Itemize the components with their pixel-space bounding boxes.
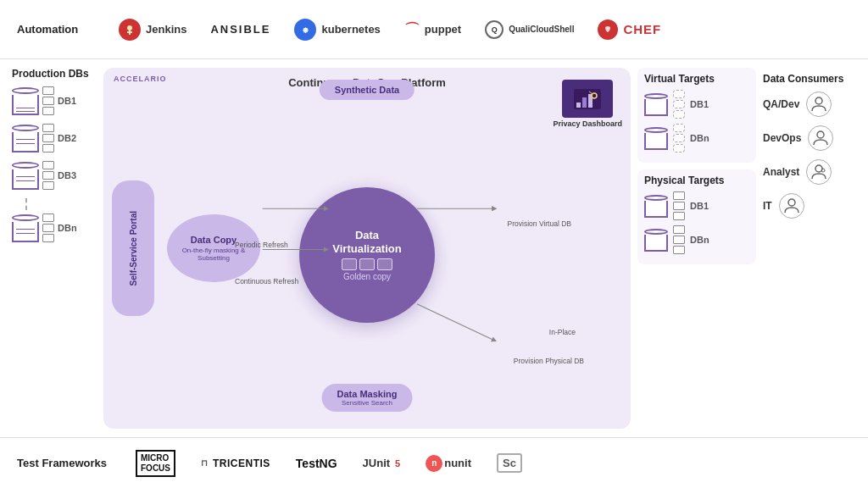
physical-dbn-row: DBn	[644, 225, 749, 254]
tricentis-icon: ⊓	[201, 458, 208, 468]
file-icon	[673, 124, 685, 132]
svg-point-1	[127, 25, 132, 30]
db1-files	[42, 86, 54, 115]
physical-targets-title: Physical Targets	[644, 175, 749, 186]
svg-rect-6	[576, 103, 581, 108]
dbn-item: DBn	[12, 214, 97, 242]
physical-dbn-files	[673, 225, 685, 254]
junit-logo: JUnit 5	[363, 457, 401, 469]
periodic-refresh-label: Periodic Refresh	[235, 241, 288, 249]
nunit-label: nunit	[444, 457, 471, 469]
physical-db1-label: DB1	[690, 201, 709, 211]
nunit-logo: n nunit	[426, 455, 471, 472]
test-frameworks-bar: Test Frameworks MICROFOCUS ⊓ TRICENTIS T…	[0, 437, 868, 488]
db-dashed-separator	[25, 198, 97, 210]
file-icon	[673, 100, 685, 108]
consumer-it-avatar	[779, 193, 804, 219]
file-icon	[673, 202, 685, 210]
accelario-label: ACCELARIO	[114, 75, 167, 83]
file-icon	[42, 144, 54, 152]
db3-label: DB3	[58, 170, 76, 180]
kubernetes-logo: ⎈ kubernetes	[294, 19, 380, 41]
dashboard-chart-icon	[572, 87, 603, 111]
masking-bubble: Data Masking Sensitive Search	[322, 384, 413, 412]
automation-bar: Automation Jenkins ANSIBLE ⎈ kubernetes …	[0, 0, 868, 59]
synthetic-data-label: Synthetic Data	[335, 85, 399, 95]
jenkins-label: Jenkins	[146, 23, 186, 36]
db1-label: DB1	[58, 96, 76, 106]
qualicloudshell-label: QualiCloudShell	[509, 25, 574, 34]
ansible-label: ANSIBLE	[210, 23, 270, 36]
consumer-qadev-avatar	[806, 92, 832, 117]
file-icon	[42, 124, 54, 132]
db-icon-sm	[342, 258, 357, 270]
automation-tools: Jenkins ANSIBLE ⎈ kubernetes ⌒ puppet Q …	[119, 19, 851, 41]
sc-label: Sc	[497, 453, 522, 473]
svg-line-14	[417, 304, 494, 341]
kubernetes-icon: ⎈	[294, 19, 316, 41]
provision-virtual-label: Provision Virtual DB	[508, 219, 571, 228]
data-virt-bubble: DataVirtualization Golden copy	[299, 187, 435, 323]
center-panel: ACCELARIO Continuous DataOps Platform Se…	[103, 68, 631, 429]
physical-db1-row: DB1	[644, 191, 749, 220]
ansible-logo: ANSIBLE	[210, 23, 270, 36]
masking-subtitle: Sensitive Search	[337, 399, 398, 407]
db3-item: DB3	[12, 161, 97, 190]
db2-files	[42, 124, 54, 152]
puppet-logo: ⌒ puppet	[404, 19, 461, 40]
production-dbs-title: Production DBs	[12, 68, 97, 80]
db3-icon	[12, 162, 39, 190]
nunit-icon: n	[426, 455, 442, 472]
tricentis-logo: ⊓ TRICENTIS	[201, 458, 270, 469]
db-icon-sm	[377, 258, 392, 270]
self-service-label: Self-Service Portal	[129, 211, 138, 286]
chef-label: CHEF	[623, 22, 661, 36]
db3-files	[42, 161, 54, 190]
golden-copy-label: Golden copy	[343, 272, 391, 281]
file-icon	[42, 97, 54, 105]
db2-item: DB2	[12, 124, 97, 152]
data-virt-title: DataVirtualization	[332, 229, 401, 255]
svg-point-19	[788, 199, 795, 206]
kubernetes-label: kubernetes	[321, 23, 380, 36]
consumer-qadev: QA/Dev	[763, 92, 856, 117]
puppet-label: puppet	[425, 23, 461, 36]
svg-point-16	[817, 131, 824, 138]
consumer-qadev-label: QA/Dev	[763, 98, 799, 110]
consumer-it: IT	[763, 193, 856, 219]
microfocus-label: MICROFOCUS	[136, 450, 175, 477]
db2-icon	[12, 125, 39, 152]
file-icon	[42, 86, 54, 95]
virtual-targets-title: Virtual Targets	[644, 73, 749, 85]
dbn-icon	[12, 214, 39, 242]
file-icon	[673, 225, 685, 234]
test-frameworks-label: Test Frameworks	[17, 457, 110, 469]
virtual-dbn-label: DBn	[690, 133, 709, 143]
consumer-devops-label: DevOps	[763, 132, 801, 144]
virtual-dbn-icon	[644, 127, 668, 150]
testng-logo: TestNG	[296, 457, 337, 470]
puppet-icon: ⌒	[404, 19, 420, 40]
qualicloudshell-logo: Q QualiCloudShell	[485, 20, 574, 39]
file-icon	[42, 134, 54, 142]
testng-label: TestNG	[296, 457, 337, 470]
db-icons-group	[342, 258, 392, 270]
svg-rect-7	[582, 97, 587, 108]
chef-logo: CHEF	[598, 19, 661, 40]
physical-dbn-label: DBn	[690, 235, 709, 245]
file-icon	[42, 181, 54, 190]
jenkins-logo: Jenkins	[119, 19, 186, 41]
consumer-analyst-avatar	[806, 159, 832, 185]
physical-db1-files	[673, 191, 685, 220]
svg-point-15	[815, 97, 822, 104]
file-icon	[673, 191, 685, 200]
virtual-dbn-row: DBn	[644, 124, 749, 152]
consumer-analyst-label: Analyst	[763, 166, 799, 178]
consumer-it-label: IT	[763, 200, 772, 212]
file-icon	[673, 90, 685, 98]
file-icon	[673, 144, 685, 152]
production-dbs-panel: Production DBs DB1	[12, 68, 97, 429]
file-icon	[42, 234, 54, 242]
consumers-title: Data Consumers	[763, 73, 856, 85]
privacy-dashboard: Privacy Dashboard	[553, 80, 622, 128]
